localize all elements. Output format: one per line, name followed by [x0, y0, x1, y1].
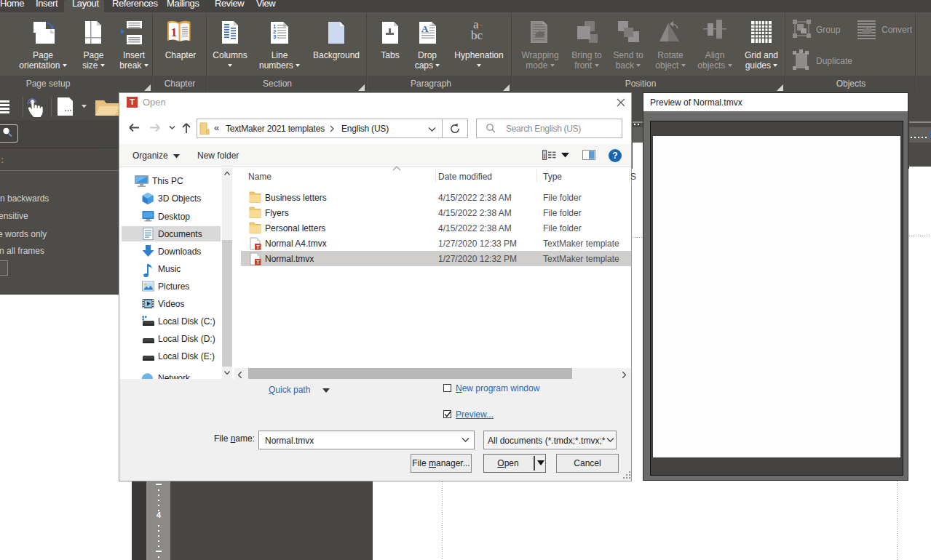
- svg-text:4: 4: [157, 511, 162, 519]
- svg-text:bc: bc: [471, 28, 483, 42]
- svg-text:3: 3: [273, 33, 277, 40]
- svg-text:T: T: [256, 259, 260, 265]
- svg-text:T: T: [256, 244, 260, 250]
- svg-text:1: 1: [171, 25, 178, 39]
